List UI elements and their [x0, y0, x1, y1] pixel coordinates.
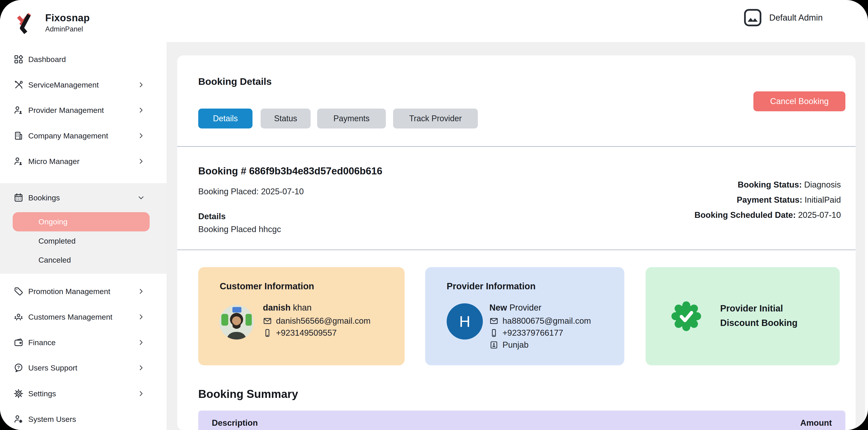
provider-location-row: Punjab: [489, 340, 591, 350]
sidebar-item-dashboard[interactable]: Dashboard: [0, 50, 166, 68]
sidebar: Fixosnap AdminPanel Dashboard ServiceMan…: [0, 0, 166, 430]
column-description: Description: [212, 418, 258, 428]
building-icon: [13, 131, 24, 141]
provider-email-row: ha8800675@gmail.com: [489, 316, 591, 326]
brand-subtitle: AdminPanel: [45, 25, 90, 33]
gear-icon: [13, 389, 24, 399]
provider-information-card: Provider Information H New Provider ha88…: [425, 267, 624, 365]
tab-status[interactable]: Status: [260, 109, 311, 128]
phone-icon: [489, 328, 498, 338]
booking-details-heading: Details: [198, 212, 225, 221]
sidebar-subitem-completed[interactable]: Completed: [0, 232, 166, 250]
verified-check-badge-icon: [671, 300, 702, 332]
sidebar-item-service-management[interactable]: ServiceManagement: [0, 76, 166, 94]
chevron-right-icon: [137, 339, 145, 346]
app-window: Fixosnap AdminPanel Dashboard ServiceMan…: [0, 0, 868, 430]
sidebar-item-micro-manager[interactable]: Micro Manager: [0, 152, 166, 170]
sidebar-item-users-support[interactable]: ? Users Support: [0, 359, 166, 377]
x-logo-icon: [14, 11, 37, 34]
chevron-down-icon: [137, 194, 145, 202]
chevron-right-icon: [137, 157, 145, 165]
sidebar-item-finance[interactable]: Finance: [0, 334, 166, 351]
booking-status-line: Booking Status: Diagnosis: [694, 177, 841, 192]
email-icon: [263, 316, 272, 325]
id-card-icon: [489, 340, 498, 349]
sidebar-item-system-users[interactable]: System Users: [0, 410, 166, 428]
calendar-icon: [13, 193, 24, 203]
sidebar-item-company-management[interactable]: Company Management: [0, 127, 166, 145]
booking-status-block: Booking Status: Diagnosis Payment Status…: [694, 177, 841, 223]
provider-initial-discount-card: Provider Initial Discount Booking: [646, 267, 840, 365]
customer-phone-row: +923149509557: [263, 328, 370, 338]
brand-name: Fixosnap: [45, 12, 90, 24]
help-chat-icon: ?: [13, 363, 24, 373]
cancel-booking-button[interactable]: Cancel Booking: [753, 91, 845, 111]
customer-name: danish khan: [263, 303, 370, 313]
booking-number: Booking # 686f9b3b4e83d57ed006b616: [198, 165, 382, 177]
person-gear-icon: [13, 414, 24, 424]
column-amount: Amount: [800, 418, 832, 428]
page-title: Booking Details: [198, 76, 272, 87]
provider-phone-row: +923379766177: [489, 328, 591, 338]
brand-logo[interactable]: Fixosnap AdminPanel: [14, 11, 90, 34]
tab-track-provider[interactable]: Track Provider: [393, 109, 478, 128]
chevron-right-icon: [137, 390, 145, 397]
booking-summary-title: Booking Summary: [198, 388, 298, 401]
customer-email-row: danish56566@gmail.com: [263, 316, 370, 326]
email-icon: [489, 316, 498, 325]
scheduled-date-line: Booking Scheduled Date: 2025-07-10: [694, 207, 841, 223]
person-manage-icon: [13, 156, 24, 166]
section-divider: [177, 146, 856, 147]
payment-status-line: Payment Status: InitialPaid: [694, 192, 841, 207]
chevron-right-icon: [137, 364, 145, 372]
chevron-right-icon: [137, 81, 145, 89]
provider-avatar: H: [447, 303, 483, 340]
image-placeholder-icon: [742, 7, 763, 28]
sidebar-item-settings[interactable]: Settings: [0, 384, 166, 403]
tab-payments[interactable]: Payments: [317, 109, 386, 128]
tab-details[interactable]: Details: [198, 109, 252, 128]
summary-table-header: Description Amount: [198, 410, 845, 430]
booking-placed-date: Booking Placed: 2025-07-10: [198, 187, 304, 196]
admin-name: Default Admin: [769, 13, 823, 23]
booking-details-text: Booking Placed hhcgc: [198, 225, 281, 234]
sidebar-item-promotion-management[interactable]: Promotion Management: [0, 282, 166, 300]
card-title: Customer Information: [220, 281, 314, 291]
people-group-icon: [13, 312, 24, 322]
card-title: Provider Information: [447, 281, 535, 291]
booking-details-panel: Booking Details Details Status Payments …: [177, 55, 856, 430]
tag-icon: [13, 286, 24, 296]
chevron-right-icon: [137, 287, 145, 295]
sidebar-subitem-ongoing[interactable]: Ongoing: [13, 212, 150, 231]
provider-info: New Provider ha8800675@gmail.com +923379…: [489, 303, 591, 352]
sidebar-item-bookings[interactable]: Bookings: [0, 189, 166, 207]
customer-info: danish khan danish56566@gmail.com +92314…: [263, 303, 370, 340]
person-manage-icon: [13, 105, 24, 115]
section-divider: [177, 250, 856, 250]
chevron-right-icon: [137, 132, 145, 140]
provider-name: New Provider: [489, 303, 591, 313]
sidebar-item-customers-management[interactable]: Customers Management: [0, 308, 166, 326]
admin-profile[interactable]: Default Admin: [742, 6, 823, 29]
customer-avatar: [219, 305, 254, 340]
sidebar-group-bookings: Bookings Ongoing Completed Canceled: [0, 183, 166, 274]
discount-card-text: Provider Initial Discount Booking: [720, 301, 798, 330]
dashboard-icon: [13, 54, 24, 64]
sidebar-subitem-canceled[interactable]: Canceled: [0, 251, 166, 269]
customer-information-card: Customer Information danish khan: [198, 267, 405, 365]
svg-text:?: ?: [17, 365, 20, 370]
chevron-right-icon: [137, 106, 145, 114]
chevron-right-icon: [137, 313, 145, 321]
wallet-icon: [13, 338, 24, 347]
phone-icon: [263, 328, 272, 338]
sidebar-item-provider-management[interactable]: Provider Management: [0, 101, 166, 119]
tools-icon: [13, 80, 24, 90]
